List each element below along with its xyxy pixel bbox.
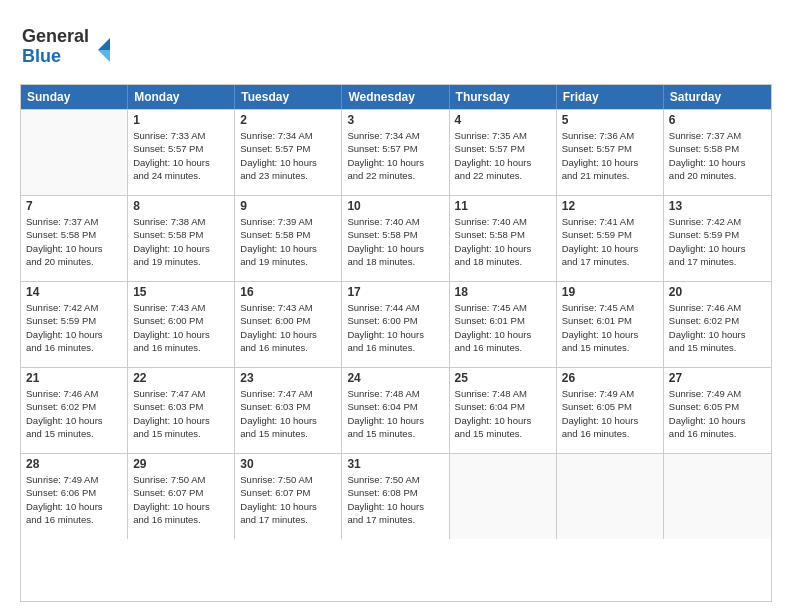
cell-content: Sunrise: 7:40 AM Sunset: 5:58 PM Dayligh…	[347, 215, 443, 268]
day-number: 11	[455, 199, 551, 213]
calendar-cell: 21Sunrise: 7:46 AM Sunset: 6:02 PM Dayli…	[21, 368, 128, 453]
calendar-cell: 1Sunrise: 7:33 AM Sunset: 5:57 PM Daylig…	[128, 110, 235, 195]
day-number: 8	[133, 199, 229, 213]
day-number: 10	[347, 199, 443, 213]
cell-content: Sunrise: 7:47 AM Sunset: 6:03 PM Dayligh…	[133, 387, 229, 440]
day-number: 24	[347, 371, 443, 385]
day-number: 1	[133, 113, 229, 127]
page: General Blue SundayMondayTuesdayWednesda…	[0, 0, 792, 612]
calendar-cell: 22Sunrise: 7:47 AM Sunset: 6:03 PM Dayli…	[128, 368, 235, 453]
day-number: 5	[562, 113, 658, 127]
day-number: 25	[455, 371, 551, 385]
calendar-cell: 25Sunrise: 7:48 AM Sunset: 6:04 PM Dayli…	[450, 368, 557, 453]
calendar-cell: 3Sunrise: 7:34 AM Sunset: 5:57 PM Daylig…	[342, 110, 449, 195]
calendar-header: SundayMondayTuesdayWednesdayThursdayFrid…	[21, 85, 771, 109]
cell-content: Sunrise: 7:49 AM Sunset: 6:06 PM Dayligh…	[26, 473, 122, 526]
calendar-cell: 31Sunrise: 7:50 AM Sunset: 6:08 PM Dayli…	[342, 454, 449, 539]
cell-content: Sunrise: 7:38 AM Sunset: 5:58 PM Dayligh…	[133, 215, 229, 268]
cell-content: Sunrise: 7:39 AM Sunset: 5:58 PM Dayligh…	[240, 215, 336, 268]
day-number: 13	[669, 199, 766, 213]
calendar-row: 7Sunrise: 7:37 AM Sunset: 5:58 PM Daylig…	[21, 195, 771, 281]
calendar-cell: 7Sunrise: 7:37 AM Sunset: 5:58 PM Daylig…	[21, 196, 128, 281]
header-day: Friday	[557, 85, 664, 109]
day-number: 15	[133, 285, 229, 299]
calendar-cell	[664, 454, 771, 539]
day-number: 28	[26, 457, 122, 471]
calendar-cell: 9Sunrise: 7:39 AM Sunset: 5:58 PM Daylig…	[235, 196, 342, 281]
cell-content: Sunrise: 7:33 AM Sunset: 5:57 PM Dayligh…	[133, 129, 229, 182]
svg-text:Blue: Blue	[22, 46, 61, 66]
calendar-cell: 13Sunrise: 7:42 AM Sunset: 5:59 PM Dayli…	[664, 196, 771, 281]
header-day: Wednesday	[342, 85, 449, 109]
calendar-cell: 5Sunrise: 7:36 AM Sunset: 5:57 PM Daylig…	[557, 110, 664, 195]
cell-content: Sunrise: 7:45 AM Sunset: 6:01 PM Dayligh…	[455, 301, 551, 354]
cell-content: Sunrise: 7:34 AM Sunset: 5:57 PM Dayligh…	[347, 129, 443, 182]
calendar-cell	[21, 110, 128, 195]
cell-content: Sunrise: 7:43 AM Sunset: 6:00 PM Dayligh…	[240, 301, 336, 354]
logo-svg: General Blue	[20, 20, 125, 70]
calendar-body: 1Sunrise: 7:33 AM Sunset: 5:57 PM Daylig…	[21, 109, 771, 539]
header-day: Tuesday	[235, 85, 342, 109]
cell-content: Sunrise: 7:49 AM Sunset: 6:05 PM Dayligh…	[669, 387, 766, 440]
cell-content: Sunrise: 7:40 AM Sunset: 5:58 PM Dayligh…	[455, 215, 551, 268]
day-number: 19	[562, 285, 658, 299]
day-number: 7	[26, 199, 122, 213]
day-number: 22	[133, 371, 229, 385]
cell-content: Sunrise: 7:44 AM Sunset: 6:00 PM Dayligh…	[347, 301, 443, 354]
calendar-row: 1Sunrise: 7:33 AM Sunset: 5:57 PM Daylig…	[21, 109, 771, 195]
day-number: 21	[26, 371, 122, 385]
day-number: 30	[240, 457, 336, 471]
header-day: Saturday	[664, 85, 771, 109]
day-number: 2	[240, 113, 336, 127]
cell-content: Sunrise: 7:48 AM Sunset: 6:04 PM Dayligh…	[347, 387, 443, 440]
day-number: 26	[562, 371, 658, 385]
calendar-cell: 12Sunrise: 7:41 AM Sunset: 5:59 PM Dayli…	[557, 196, 664, 281]
svg-marker-3	[98, 50, 110, 62]
calendar-cell: 28Sunrise: 7:49 AM Sunset: 6:06 PM Dayli…	[21, 454, 128, 539]
calendar-cell: 19Sunrise: 7:45 AM Sunset: 6:01 PM Dayli…	[557, 282, 664, 367]
calendar-cell: 11Sunrise: 7:40 AM Sunset: 5:58 PM Dayli…	[450, 196, 557, 281]
cell-content: Sunrise: 7:35 AM Sunset: 5:57 PM Dayligh…	[455, 129, 551, 182]
header-day: Thursday	[450, 85, 557, 109]
day-number: 9	[240, 199, 336, 213]
calendar-cell: 10Sunrise: 7:40 AM Sunset: 5:58 PM Dayli…	[342, 196, 449, 281]
day-number: 17	[347, 285, 443, 299]
calendar-cell	[450, 454, 557, 539]
header: General Blue	[20, 20, 772, 74]
cell-content: Sunrise: 7:34 AM Sunset: 5:57 PM Dayligh…	[240, 129, 336, 182]
day-number: 18	[455, 285, 551, 299]
day-number: 31	[347, 457, 443, 471]
cell-content: Sunrise: 7:37 AM Sunset: 5:58 PM Dayligh…	[669, 129, 766, 182]
calendar-cell: 6Sunrise: 7:37 AM Sunset: 5:58 PM Daylig…	[664, 110, 771, 195]
calendar-cell	[557, 454, 664, 539]
calendar-cell: 20Sunrise: 7:46 AM Sunset: 6:02 PM Dayli…	[664, 282, 771, 367]
cell-content: Sunrise: 7:36 AM Sunset: 5:57 PM Dayligh…	[562, 129, 658, 182]
calendar-cell: 2Sunrise: 7:34 AM Sunset: 5:57 PM Daylig…	[235, 110, 342, 195]
cell-content: Sunrise: 7:37 AM Sunset: 5:58 PM Dayligh…	[26, 215, 122, 268]
calendar-cell: 8Sunrise: 7:38 AM Sunset: 5:58 PM Daylig…	[128, 196, 235, 281]
day-number: 23	[240, 371, 336, 385]
day-number: 4	[455, 113, 551, 127]
calendar-cell: 24Sunrise: 7:48 AM Sunset: 6:04 PM Dayli…	[342, 368, 449, 453]
calendar-row: 28Sunrise: 7:49 AM Sunset: 6:06 PM Dayli…	[21, 453, 771, 539]
day-number: 6	[669, 113, 766, 127]
day-number: 29	[133, 457, 229, 471]
calendar-cell: 15Sunrise: 7:43 AM Sunset: 6:00 PM Dayli…	[128, 282, 235, 367]
day-number: 27	[669, 371, 766, 385]
calendar-cell: 27Sunrise: 7:49 AM Sunset: 6:05 PM Dayli…	[664, 368, 771, 453]
svg-text:General: General	[22, 26, 89, 46]
cell-content: Sunrise: 7:46 AM Sunset: 6:02 PM Dayligh…	[26, 387, 122, 440]
cell-content: Sunrise: 7:50 AM Sunset: 6:08 PM Dayligh…	[347, 473, 443, 526]
calendar-row: 14Sunrise: 7:42 AM Sunset: 5:59 PM Dayli…	[21, 281, 771, 367]
day-number: 16	[240, 285, 336, 299]
calendar-cell: 26Sunrise: 7:49 AM Sunset: 6:05 PM Dayli…	[557, 368, 664, 453]
calendar-cell: 16Sunrise: 7:43 AM Sunset: 6:00 PM Dayli…	[235, 282, 342, 367]
calendar-cell: 30Sunrise: 7:50 AM Sunset: 6:07 PM Dayli…	[235, 454, 342, 539]
calendar-cell: 18Sunrise: 7:45 AM Sunset: 6:01 PM Dayli…	[450, 282, 557, 367]
cell-content: Sunrise: 7:43 AM Sunset: 6:00 PM Dayligh…	[133, 301, 229, 354]
day-number: 12	[562, 199, 658, 213]
calendar-cell: 17Sunrise: 7:44 AM Sunset: 6:00 PM Dayli…	[342, 282, 449, 367]
calendar: SundayMondayTuesdayWednesdayThursdayFrid…	[20, 84, 772, 602]
header-day: Sunday	[21, 85, 128, 109]
header-day: Monday	[128, 85, 235, 109]
